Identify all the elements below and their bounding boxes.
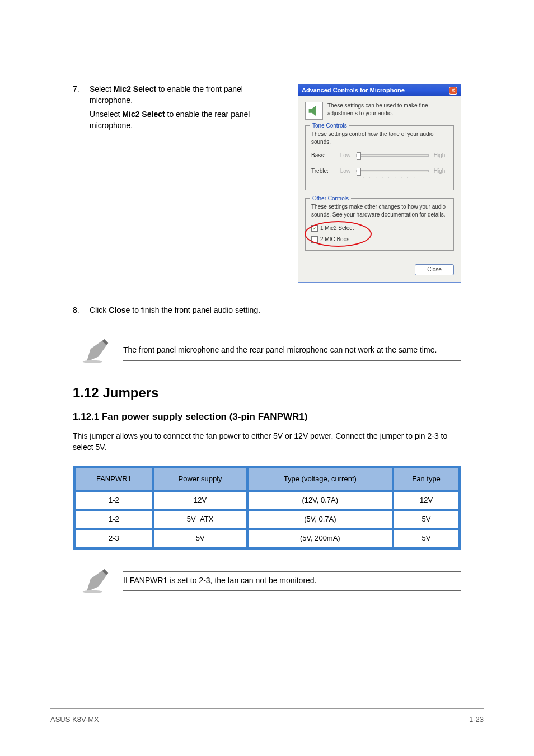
svg-point-1 <box>83 590 102 593</box>
jumpers-body: This jumper allows you to connect the fa… <box>73 431 461 453</box>
tone-desc: These settings control how the tone of y… <box>311 130 448 146</box>
cell: (5V, 200mA) <box>247 529 394 548</box>
treble-label: Treble: <box>311 167 337 175</box>
table-row: 1-2 5V_ATX (5V, 0.7A) 5V <box>74 510 460 529</box>
low-label: Low <box>337 152 354 159</box>
note-block-1: The front panel microphone and the rear … <box>82 335 461 367</box>
dialog-title-text: Advanced Controls for Microphone <box>302 86 405 95</box>
note-text: If FANPWR1 is set to 2-3, the fan can no… <box>123 572 461 591</box>
high-label: High <box>431 152 448 159</box>
dialog-top-text: These settings can be used to make fine … <box>327 102 454 118</box>
step-number: 7. <box>73 84 90 283</box>
slider-thumb <box>357 168 361 176</box>
cell: 12V <box>153 491 247 510</box>
cell: 12V <box>393 491 460 510</box>
footer-left: ASUS K8V-MX <box>50 715 99 725</box>
other-legend: Other Controls <box>310 195 351 203</box>
cell: 5V_ATX <box>153 510 247 529</box>
divider <box>123 360 461 361</box>
emph: Mic2 Select <box>122 110 165 119</box>
section-title-1-12: 1.12 Jumpers <box>73 383 461 402</box>
cell: (12V, 0.7A) <box>247 491 394 510</box>
other-desc: These settings make other changes to how… <box>311 203 448 219</box>
pen-icon <box>82 335 113 367</box>
table-row: 1-2 12V (12V, 0.7A) 12V <box>74 491 460 510</box>
cell: 5V <box>393 510 460 529</box>
bass-slider-row: Bass: Low · · · · · · · · · · High <box>311 152 448 159</box>
treble-slider: · · · · · · · · · · <box>356 170 429 172</box>
other-controls-group: Other Controls These settings make other… <box>305 198 454 251</box>
treble-slider-row: Treble: Low · · · · · · · · · · High <box>311 167 448 175</box>
footer-right: 1-23 <box>469 715 484 725</box>
high-label: High <box>431 167 448 175</box>
dialog-titlebar: Advanced Controls for Microphone × <box>298 84 461 96</box>
cell: 2-3 <box>74 529 153 548</box>
table-row: 2-3 5V (5V, 200mA) 5V <box>74 529 460 548</box>
bass-label: Bass: <box>311 152 337 159</box>
pen-icon <box>82 565 113 597</box>
note-block-2: If FANPWR1 is set to 2-3, the fan can no… <box>82 565 461 597</box>
speaker-icon <box>305 102 323 120</box>
emph: Close <box>109 306 130 314</box>
col-header: Type (voltage, current) <box>247 467 394 491</box>
divider <box>123 590 461 591</box>
step-number: 8. <box>73 305 90 320</box>
cell: 5V <box>393 529 460 548</box>
text: to finish the front panel audio setting. <box>130 306 260 314</box>
tone-legend: Tone Controls <box>310 122 349 130</box>
bass-slider: · · · · · · · · · · <box>356 154 429 157</box>
section-subtitle-1-12-1: 1.12.1 Fan power supply selection (3-pin… <box>73 410 461 424</box>
cell: 1-2 <box>74 510 153 529</box>
col-header: Fan type <box>393 467 460 491</box>
dialog-screenshot: Advanced Controls for Microphone × These… <box>280 84 461 283</box>
cell: 1-2 <box>74 491 153 510</box>
low-label: Low <box>337 167 354 175</box>
note-text: The front panel microphone and the rear … <box>123 341 461 360</box>
step-7: 7. Select Mic2 Select to enable the fron… <box>73 84 461 283</box>
col-header: Power supply <box>153 467 247 491</box>
close-button: Close <box>415 264 454 275</box>
slider-thumb <box>357 152 361 160</box>
tone-controls-group: Tone Controls These settings control how… <box>305 125 454 190</box>
fanpwr-table: FANPWR1 Power supply Type (voltage, curr… <box>73 466 461 550</box>
col-header: FANPWR1 <box>74 467 153 491</box>
text: Click <box>90 306 109 314</box>
cell: 5V <box>153 529 247 548</box>
step-8: 8. Click Close to finish the front panel… <box>73 305 461 320</box>
step7-text: Select Mic2 Select to enable the front p… <box>90 84 269 283</box>
close-icon: × <box>449 87 457 95</box>
emph: Mic2 Select <box>114 84 156 93</box>
cell: (5V, 0.7A) <box>247 510 394 529</box>
text: Select <box>90 84 114 93</box>
svg-point-0 <box>83 360 102 363</box>
page-footer: ASUS K8V-MX 1-23 <box>50 708 484 725</box>
text: Unselect <box>90 110 122 119</box>
